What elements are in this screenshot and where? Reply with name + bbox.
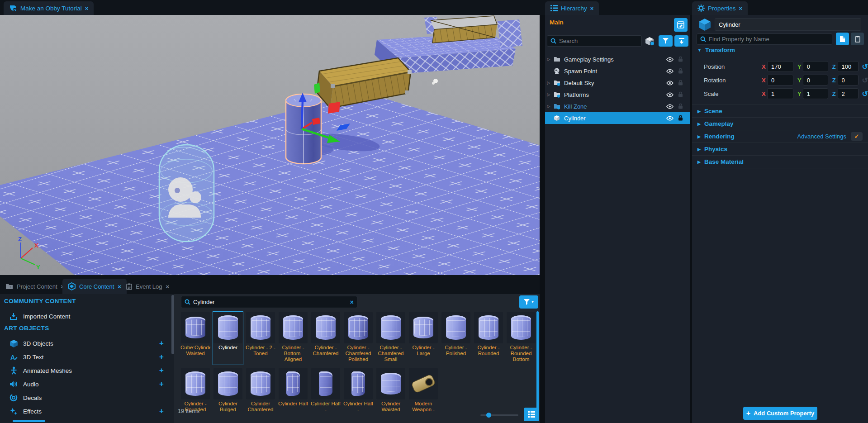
rotation-y-input[interactable] [803, 75, 828, 86]
tab-properties[interactable]: Properties × [692, 1, 748, 15]
add-custom-property-button[interactable]: + Add Custom Property [743, 407, 817, 420]
lock-icon[interactable] [678, 68, 683, 74]
spawn-capsule[interactable] [159, 145, 214, 242]
asset-tile[interactable]: Cylinder - Rounded [180, 367, 211, 414]
lock-icon[interactable] [678, 91, 683, 97]
visibility-eye-icon[interactable] [666, 116, 674, 121]
add-icon[interactable]: + [159, 407, 164, 416]
close-icon[interactable]: × [166, 283, 170, 290]
content-search-input[interactable] [193, 299, 347, 305]
reset-rotation-icon[interactable]: ↺ [862, 76, 868, 85]
visibility-eye-icon[interactable] [666, 57, 674, 62]
close-icon[interactable]: × [590, 5, 594, 12]
scenes-button[interactable] [674, 18, 688, 32]
close-icon[interactable]: × [85, 5, 89, 12]
expand-caret-icon[interactable]: ▷ [545, 81, 552, 85]
tab-event-log[interactable]: Event Log × [121, 279, 175, 294]
asset-tile[interactable]: Cylinder Half [278, 367, 308, 414]
asset-tile[interactable]: Cylinder Chamfered [245, 367, 276, 414]
add-icon[interactable]: + [159, 352, 164, 361]
viewport-3d[interactable]: Z X Y [0, 15, 540, 275]
rotation-x-input[interactable] [767, 75, 793, 86]
asset-tile[interactable]: Cylinder - Large [408, 311, 439, 365]
object-name-field[interactable] [715, 18, 861, 31]
scale-z-input[interactable] [838, 88, 859, 99]
sidebar-item-audio[interactable]: Audio + [0, 377, 170, 391]
sidebar-item-imported-content[interactable]: Imported Content [0, 309, 170, 323]
content-filter-button[interactable]: ▾ [519, 295, 538, 309]
add-icon[interactable]: + [159, 366, 164, 375]
transform-section-header[interactable]: ▼ Transform [697, 47, 735, 53]
close-icon[interactable]: × [739, 5, 743, 12]
asset-tile[interactable]: Cube:Cylinder Waisted [180, 311, 211, 365]
asset-tile[interactable]: Cylinder - Polished [441, 311, 471, 365]
property-search-input[interactable] [709, 36, 829, 43]
tree-row-kill-zone[interactable]: ▷ Kill Zone [545, 100, 690, 112]
slider-thumb[interactable] [486, 413, 491, 418]
tree-row-spawn-point[interactable]: Spawn Point [545, 65, 690, 77]
tab-core-content[interactable]: Core Content × [62, 279, 127, 294]
ground-platform[interactable] [0, 92, 540, 275]
section-rendering[interactable]: ▶Rendering Advanced Settings ✓ [692, 130, 868, 143]
lock-icon[interactable] [678, 80, 683, 86]
lock-icon[interactable] [678, 115, 683, 121]
rotation-z-input[interactable] [838, 75, 859, 86]
asset-tile-selected[interactable]: Cylinder [213, 311, 243, 365]
section-scene[interactable]: ▶Scene [692, 105, 868, 117]
focus-object-icon[interactable] [644, 36, 655, 46]
copy-properties-button[interactable] [836, 33, 849, 45]
reset-scale-icon[interactable]: ↺ [862, 90, 868, 98]
tree-row-cylinder-selected[interactable]: Cylinder [545, 112, 690, 124]
sidebar-item-3d-objects[interactable]: 3D Objects + [0, 337, 170, 350]
expand-caret-icon[interactable]: ▷ [545, 104, 552, 109]
tree-row-gameplay-settings[interactable]: ▷ Gameplay Settings [545, 53, 690, 65]
lock-icon[interactable] [678, 103, 683, 109]
asset-tile[interactable]: Modern Weapon - [408, 367, 439, 414]
visibility-eye-icon[interactable] [666, 104, 674, 109]
sidebar-item-3d-text[interactable]: A 3D Text + [0, 350, 170, 364]
visibility-eye-icon[interactable] [666, 69, 674, 74]
content-scrollbar[interactable] [536, 311, 539, 410]
content-search[interactable]: × [181, 296, 357, 308]
expand-caret-icon[interactable]: ▷ [545, 92, 552, 97]
position-x-input[interactable] [767, 61, 793, 72]
sidebar-item-effects[interactable]: Effects + [0, 404, 170, 418]
asset-tile[interactable]: Cylinder - 2 -Toned [245, 311, 276, 365]
clear-search-icon[interactable]: × [350, 299, 354, 306]
asset-tile[interactable]: Cylinder Waisted [375, 367, 406, 414]
property-search[interactable] [697, 33, 832, 45]
reset-position-icon[interactable]: ↺ [862, 62, 868, 71]
asset-tile[interactable]: Cylinder Half - [310, 367, 341, 414]
asset-tile[interactable]: Cylinder - Chamfered [310, 311, 341, 365]
asset-tile[interactable]: Cylinder - Rounded [473, 311, 504, 365]
collapse-all-button[interactable] [674, 35, 688, 47]
tree-row-platforms[interactable]: ▷ Platforms [545, 89, 690, 100]
visibility-eye-icon[interactable] [666, 92, 674, 97]
tab-project-content[interactable]: Project Content × [0, 279, 70, 294]
asset-tile[interactable]: Cylinder - Chamfered Polished [343, 311, 374, 365]
asset-tile[interactable]: Cylinder Bulged [213, 367, 243, 414]
tab-hierarchy[interactable]: Hierarchy × [545, 1, 599, 15]
lock-icon[interactable] [678, 56, 683, 62]
tree-row-default-sky[interactable]: ▷ Default Sky [545, 77, 690, 89]
asset-tile[interactable]: Cylinder - Bottom-Aligned [278, 311, 308, 365]
scale-y-input[interactable] [803, 88, 828, 99]
hierarchy-search[interactable] [547, 35, 642, 47]
project-tab[interactable]: Make an Obby Tutorial × [4, 1, 94, 15]
section-physics[interactable]: ▶Physics [692, 143, 868, 155]
add-icon[interactable]: + [159, 339, 164, 348]
asset-tile[interactable]: Cylinder - Chamfered Small [375, 311, 406, 365]
position-z-input[interactable] [838, 61, 859, 72]
hierarchy-search-input[interactable] [559, 38, 638, 44]
add-icon[interactable]: + [159, 380, 164, 389]
section-base-material[interactable]: ▶Base Material [692, 155, 868, 168]
visibility-eye-icon[interactable] [666, 81, 674, 86]
hierarchy-filter-button[interactable] [659, 35, 673, 47]
crate-large[interactable] [317, 58, 412, 109]
paste-properties-button[interactable] [851, 33, 864, 45]
position-y-input[interactable] [803, 61, 828, 72]
asset-tile[interactable]: Cylinder Half - [343, 367, 374, 414]
sidebar-item-decals[interactable]: Decals [0, 391, 170, 404]
scale-x-input[interactable] [767, 88, 793, 99]
advanced-settings-checkbox[interactable]: ✓ [851, 132, 863, 141]
